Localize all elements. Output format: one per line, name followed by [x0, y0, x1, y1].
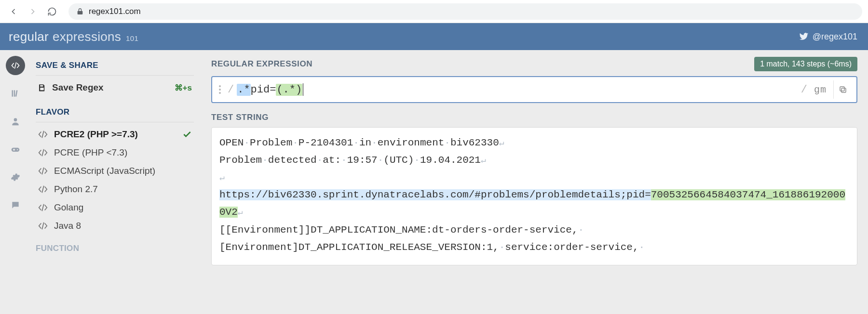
left-rail [0, 50, 31, 314]
svg-rect-2 [15, 90, 18, 97]
divider [36, 122, 194, 122]
svg-rect-8 [841, 88, 846, 92]
flavor-list: PCRE2 (PHP >=7.3) PCRE (PHP <7.3) ECMASc… [36, 125, 194, 235]
function-title: FUNCTION [36, 244, 194, 253]
flavor-label: Golang [54, 202, 83, 213]
test-line-2: Problem·detected·at:·19:57·(UTC)·19.04.2… [219, 152, 849, 169]
svg-rect-1 [14, 90, 15, 96]
forward-button[interactable] [25, 4, 41, 19]
flavor-label: Java 8 [54, 221, 81, 231]
save-shortcut: ⌘+s [175, 83, 192, 93]
test-line-blank: ↵ [219, 169, 849, 186]
brand-sub: 101 [126, 34, 138, 42]
copy-icon [839, 85, 847, 94]
url-text: regex101.com [89, 7, 141, 16]
save-regex-row[interactable]: Save Regex ⌘+s [36, 78, 194, 97]
regex-panel-title: REGULAR EXPRESSION [211, 59, 312, 69]
flavor-ecmascript[interactable]: ECMAScript (JavaScript) [36, 162, 194, 180]
regex-title-row: REGULAR EXPRESSION 1 match, 143 steps (~… [211, 57, 857, 71]
test-line-5: [Environment]DT_APPLICATION_RELEASE_VERS… [219, 239, 849, 256]
sidebar: SAVE & SHARE Save Regex ⌘+s FLAVOR PCRE2… [31, 50, 204, 314]
test-line-1: OPEN·Problem·P-2104301·in·environment·bi… [219, 134, 849, 152]
test-panel-title: TEST STRING [211, 113, 857, 122]
check-icon [182, 130, 192, 139]
svg-point-5 [17, 149, 18, 150]
flavor-pcre[interactable]: PCRE (PHP <7.3) [36, 144, 194, 162]
site-header: regular expressions 101 @regex101 [0, 23, 868, 50]
regex-part-plain: pid= [251, 84, 276, 96]
close-delimiter: / [801, 84, 807, 96]
twitter-handle: @regex101 [813, 32, 857, 42]
brand[interactable]: regular expressions 101 [0, 29, 138, 44]
save-share-title: SAVE & SHARE [36, 61, 194, 70]
save-regex-label: Save Regex [52, 82, 169, 93]
svg-rect-4 [12, 148, 20, 152]
regex-left: / [219, 84, 234, 96]
rail-regex-icon[interactable] [6, 56, 25, 75]
match-full: https://biv62330.sprint.dynatracelabs.co… [219, 189, 651, 200]
svg-rect-7 [14, 149, 14, 151]
flavor-label: ECMAScript (JavaScript) [54, 166, 155, 176]
code-icon [38, 147, 48, 158]
flavor-python[interactable]: Python 2.7 [36, 180, 194, 198]
regex-part-blue: .* [237, 84, 250, 96]
twitter-icon [799, 32, 809, 41]
svg-rect-9 [840, 87, 844, 91]
save-icon [38, 83, 46, 92]
open-delimiter: / [228, 84, 234, 96]
rail-library-icon[interactable] [6, 84, 25, 103]
copy-button[interactable] [833, 80, 852, 99]
test-line-4: [[Environment]]DT_APPLICATION_NAME:dt-or… [219, 222, 849, 239]
rail-settings-icon[interactable] [6, 168, 25, 187]
regex-input[interactable]: / .*pid=(.*) / gm [211, 76, 857, 103]
code-icon [38, 184, 48, 195]
match-badge: 1 match, 143 steps (~6ms) [754, 57, 857, 71]
brand-word-1: regular [9, 29, 49, 44]
flavor-label: PCRE (PHP <7.3) [54, 147, 127, 158]
flavor-golang[interactable]: Golang [36, 198, 194, 217]
flavor-label: Python 2.7 [54, 184, 98, 195]
flavor-title: FLAVOR [36, 107, 194, 117]
drag-handle-icon[interactable] [219, 85, 221, 94]
regex-right: / gm [801, 80, 852, 99]
divider [36, 75, 194, 76]
code-icon [38, 129, 48, 140]
regex-pattern[interactable]: .*pid=(.*) [237, 83, 303, 96]
rail-chat-icon[interactable] [6, 196, 25, 215]
brand-word-2: expressions [53, 29, 121, 44]
twitter-link[interactable]: @regex101 [799, 32, 857, 42]
test-line-match: https://biv62330.sprint.dynatracelabs.co… [219, 186, 849, 221]
code-icon [38, 221, 48, 231]
flavor-label: PCRE2 (PHP >=7.3) [54, 129, 138, 140]
code-icon [38, 166, 48, 176]
flavor-pcre2[interactable]: PCRE2 (PHP >=7.3) [36, 125, 194, 144]
browser-toolbar: regex101.com [0, 0, 868, 23]
back-button[interactable] [6, 4, 21, 19]
main: SAVE & SHARE Save Regex ⌘+s FLAVOR PCRE2… [0, 50, 868, 314]
rail-account-icon[interactable] [6, 112, 25, 131]
svg-rect-0 [12, 90, 14, 96]
regex-part-green: (.*) [276, 84, 302, 96]
flags[interactable]: gm [814, 84, 827, 95]
content: REGULAR EXPRESSION 1 match, 143 steps (~… [204, 50, 868, 314]
text-cursor [303, 83, 303, 96]
address-bar[interactable]: regex101.com [68, 3, 862, 20]
rail-game-icon[interactable] [6, 140, 25, 159]
lock-icon [76, 8, 84, 15]
code-icon [38, 202, 48, 213]
reload-button[interactable] [44, 4, 60, 19]
test-string-input[interactable]: OPEN·Problem·P-2104301·in·environment·bi… [211, 127, 857, 265]
svg-point-3 [14, 118, 17, 121]
flavor-java[interactable]: Java 8 [36, 217, 194, 235]
